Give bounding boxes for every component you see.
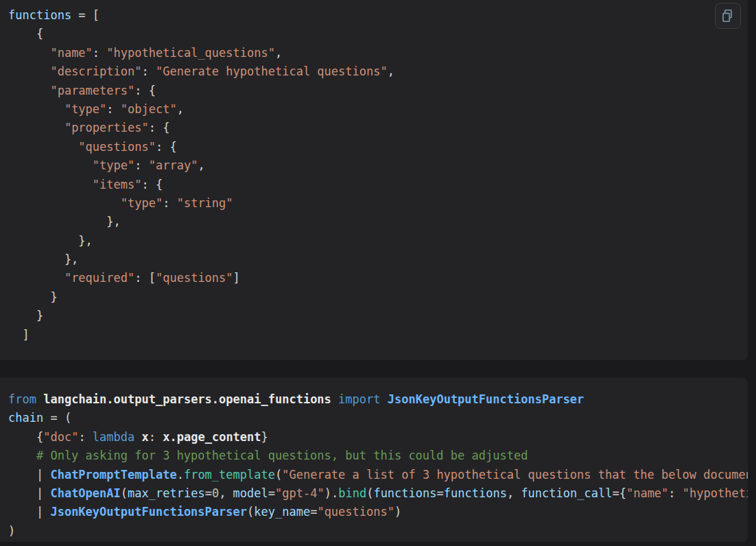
- code-line: "items": {: [8, 176, 748, 194]
- code-line: }: [8, 307, 748, 325]
- code-line: | ChatPromptTemplate.from_template("Gene…: [8, 466, 748, 484]
- code-line: {: [8, 25, 748, 43]
- code-line: "questions": {: [8, 138, 748, 156]
- code-line: | ChatOpenAI(max_retries=0, model="gpt-4…: [8, 484, 748, 503]
- code-line: "type": "array",: [8, 156, 748, 175]
- code-content-functions: functions = [ { "name": "hypothetical_qu…: [8, 6, 748, 344]
- code-line: chain = (: [8, 409, 748, 427]
- code-line: functions = [: [8, 6, 748, 25]
- code-line: }: [8, 288, 748, 307]
- code-line: "name": "hypothetical_questions",: [8, 44, 748, 62]
- code-line: | JsonKeyOutputFunctionsParser(key_name=…: [8, 503, 748, 521]
- code-line: "type": "object",: [8, 100, 748, 119]
- code-line: {"doc": lambda x: x.page_content}: [8, 428, 748, 447]
- code-line: "description": "Generate hypothetical qu…: [8, 62, 748, 81]
- code-line: "required": ["questions"]: [8, 269, 748, 287]
- copy-icon: [720, 8, 735, 23]
- code-cell-functions: functions = [ { "name": "hypothetical_qu…: [0, 0, 748, 360]
- code-line: "parameters": {: [8, 82, 748, 100]
- code-line: "type": "string": [8, 194, 748, 213]
- code-line: "properties": {: [8, 119, 748, 137]
- code-line: from langchain.output_parsers.openai_fun…: [8, 390, 748, 409]
- code-line: },: [8, 213, 748, 231]
- copy-button[interactable]: [715, 3, 741, 29]
- code-line: # Only asking for 3 hypothetical questio…: [8, 447, 748, 465]
- code-line: ): [8, 522, 748, 541]
- code-line: },: [8, 232, 748, 250]
- code-content-chain: from langchain.output_parsers.openai_fun…: [8, 390, 748, 541]
- code-cell-chain: from langchain.output_parsers.openai_fun…: [0, 378, 748, 542]
- code-line: ]: [8, 326, 748, 344]
- code-line: },: [8, 250, 748, 269]
